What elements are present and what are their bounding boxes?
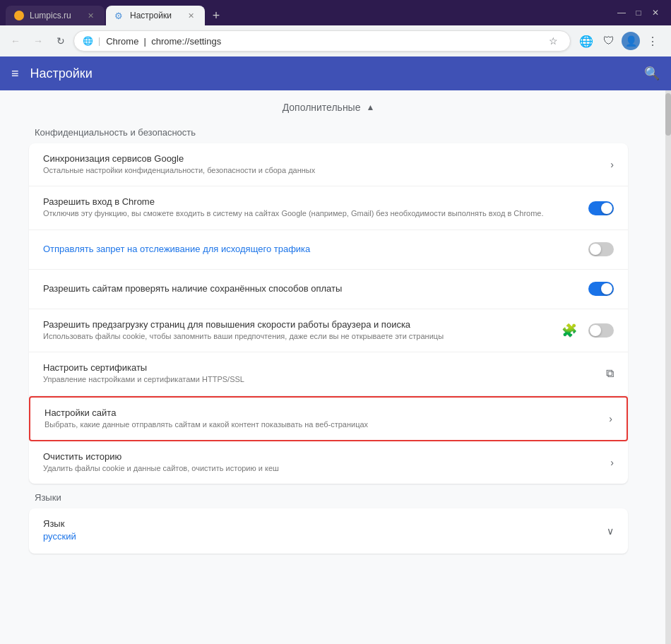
addressbar: ← → ↻ 🌐 | Chrome | chrome://settings ☆ 🌐…	[0, 25, 671, 56]
external-link-icon: ⧉	[606, 367, 614, 380]
collapse-header[interactable]: Дополнительные ▲	[18, 90, 639, 119]
omnibox-url[interactable]: Chrome | chrome://settings	[106, 36, 539, 47]
settings-item-preload[interactable]: Разрешить предзагрузку страниц для повыш…	[29, 309, 628, 352]
sync-desc: Остальные настройки конфиденциальности, …	[43, 165, 610, 176]
sync-action: ›	[610, 159, 614, 170]
settings-item-signin[interactable]: Разрешить вход в Chrome Отключив эту фун…	[29, 186, 628, 229]
clear-history-action: ›	[610, 457, 614, 468]
preload-title: Разрешить предзагрузку страниц для повыш…	[43, 319, 562, 330]
payment-toggle-knob	[601, 283, 612, 294]
titlebar: Lumpics.ru ✕ ⚙ Настройки ✕ + — □ ✕	[0, 0, 671, 25]
forward-button[interactable]: →	[28, 31, 48, 51]
clear-history-desc: Удалить файлы cookie и данные сайтов, оч…	[43, 463, 610, 474]
omnibox-separator: |	[98, 36, 100, 46]
language-value: русский	[43, 530, 607, 543]
clear-history-title: Очистить историю	[43, 451, 610, 462]
menu-icon[interactable]: ≡	[11, 66, 19, 81]
clear-history-chevron-icon: ›	[610, 457, 614, 468]
privacy-section-title: Конфиденциальность и безопасность	[18, 119, 639, 143]
dnt-toggle[interactable]	[588, 242, 614, 256]
toolbar-right: 🌐 🛡 👤 ⋮	[574, 31, 665, 51]
settings-item-payment[interactable]: Разрешить сайтам проверять наличие сохра…	[29, 270, 628, 309]
globe-icon[interactable]: 🌐	[576, 31, 596, 51]
close-button[interactable]: ✕	[651, 8, 660, 17]
bookmark-icon[interactable]: ☆	[545, 32, 562, 49]
settings-item-site-settings[interactable]: Настройки сайта Выбрать, какие данные от…	[29, 396, 628, 441]
main-content: Дополнительные ▲ Конфиденциальность и бе…	[0, 90, 671, 644]
omnibox-actions: ☆	[545, 32, 562, 49]
minimize-button[interactable]: —	[617, 8, 626, 17]
clear-history-text: Очистить историю Удалить файлы cookie и …	[43, 451, 610, 474]
url-text: | chrome://settings	[141, 36, 221, 47]
puzzle-icon: 🧩	[562, 323, 577, 338]
tab-favicon-lumpics	[14, 11, 24, 20]
payment-toggle[interactable]	[588, 282, 614, 296]
site-settings-desc: Выбрать, какие данные отправлять сайтам …	[44, 419, 609, 430]
more-menu-button[interactable]: ⋮	[643, 31, 663, 51]
signin-action	[588, 201, 614, 215]
settings-title: Настройки	[30, 66, 93, 81]
settings-item-dnt[interactable]: Отправлять запрет на отслеживание для ис…	[29, 230, 628, 270]
omnibox[interactable]: 🌐 | Chrome | chrome://settings ☆	[73, 30, 571, 52]
dnt-text: Отправлять запрет на отслеживание для ис…	[43, 244, 588, 256]
signin-desc: Отключив эту функцию, вы сможете входить…	[43, 208, 588, 219]
sync-text: Синхронизация сервисов Google Остальные …	[43, 153, 610, 176]
preload-toggle-knob	[590, 325, 601, 336]
new-tab-button[interactable]: +	[206, 6, 226, 25]
tab-close-lumpics[interactable]: ✕	[85, 10, 96, 21]
signin-title: Разрешить вход в Chrome	[43, 196, 588, 207]
window-controls: — □ ✕	[612, 8, 665, 17]
tab-settings[interactable]: ⚙ Настройки ✕	[106, 6, 205, 25]
certificates-action: ⧉	[606, 367, 614, 380]
language-chevron-down-icon: ∨	[607, 525, 614, 537]
payment-text: Разрешить сайтам проверять наличие сохра…	[43, 283, 588, 295]
content-area: Дополнительные ▲ Конфиденциальность и бе…	[18, 90, 653, 644]
site-settings-text: Настройки сайта Выбрать, какие данные от…	[44, 407, 609, 430]
language-title: Язык	[43, 518, 607, 529]
settings-item-sync[interactable]: Синхронизация сервисов Google Остальные …	[29, 143, 628, 186]
preload-toggle[interactable]	[588, 323, 614, 338]
tab-favicon-settings: ⚙	[114, 11, 124, 20]
certificates-text: Настроить сертификаты Управление настрой…	[43, 362, 606, 385]
language-action: ∨	[607, 525, 614, 537]
preload-action: 🧩	[562, 323, 614, 338]
signin-toggle-knob	[601, 203, 612, 214]
certificates-title: Настроить сертификаты	[43, 362, 606, 373]
omnibox-favicon-icon: 🌐	[83, 36, 93, 46]
signin-text: Разрешить вход в Chrome Отключив эту фун…	[43, 196, 588, 219]
settings-item-language[interactable]: Язык русский ∨	[29, 508, 628, 553]
certificates-desc: Управление настройками и сертификатами H…	[43, 374, 606, 385]
site-name: Chrome	[106, 36, 138, 47]
signin-toggle[interactable]	[588, 201, 614, 215]
dnt-title: Отправлять запрет на отслеживание для ис…	[43, 244, 588, 254]
site-settings-chevron-icon: ›	[609, 413, 612, 424]
tab-bar: Lumpics.ru ✕ ⚙ Настройки ✕ +	[6, 0, 609, 25]
tab-label-lumpics: Lumpics.ru	[30, 11, 71, 20]
scrollbar[interactable]	[665, 90, 671, 644]
dnt-toggle-knob	[590, 244, 601, 255]
back-button[interactable]: ←	[6, 31, 25, 51]
preload-text: Разрешить предзагрузку страниц для повыш…	[43, 319, 562, 342]
languages-settings-card: Язык русский ∨	[29, 508, 628, 553]
profile-button[interactable]: 👤	[622, 32, 640, 50]
tab-close-settings[interactable]: ✕	[185, 10, 196, 21]
dnt-action	[588, 242, 614, 256]
chevron-right-icon: ›	[610, 159, 614, 170]
languages-section-title: Языки	[18, 484, 639, 508]
scrollbar-thumb[interactable]	[665, 93, 671, 136]
settings-item-certificates[interactable]: Настроить сертификаты Управление настрой…	[29, 352, 628, 395]
language-text: Язык русский	[43, 518, 607, 543]
collapse-arrow-icon: ▲	[366, 102, 374, 112]
site-settings-action: ›	[609, 413, 612, 424]
preload-desc: Использовать файлы cookie, чтобы запомни…	[43, 331, 562, 342]
settings-item-clear-history[interactable]: Очистить историю Удалить файлы cookie и …	[29, 441, 628, 484]
refresh-button[interactable]: ↻	[51, 31, 71, 51]
site-settings-title: Настройки сайта	[44, 407, 609, 418]
payment-action	[588, 282, 614, 296]
settings-header: ≡ Настройки 🔍	[0, 56, 671, 90]
shield-icon[interactable]: 🛡	[599, 31, 619, 51]
sync-title: Синхронизация сервисов Google	[43, 153, 610, 164]
search-icon[interactable]: 🔍	[644, 66, 660, 81]
maximize-button[interactable]: □	[634, 8, 643, 17]
tab-lumpics[interactable]: Lumpics.ru ✕	[6, 6, 105, 25]
